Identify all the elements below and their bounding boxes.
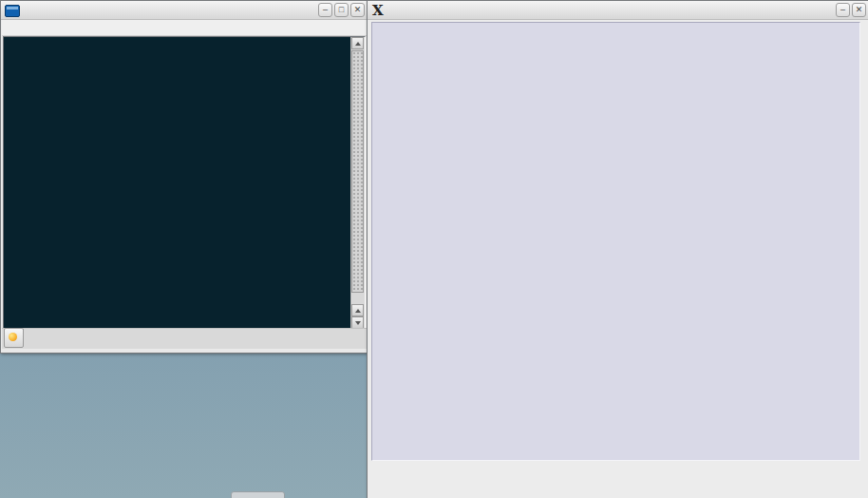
konsole-titlebar[interactable]: – □ ✕ xyxy=(1,1,368,20)
plot-canvas[interactable] xyxy=(371,22,860,461)
new-session-button[interactable] xyxy=(4,328,24,348)
minimize-button[interactable]: – xyxy=(318,3,332,17)
figure-svg xyxy=(372,23,859,460)
maximize-button[interactable]: □ xyxy=(334,3,349,17)
konsole-window: – □ ✕ xyxy=(0,0,368,354)
x11-app-icon: X xyxy=(372,2,384,19)
konsole-tabbar xyxy=(2,328,367,349)
panel-hide-button[interactable] xyxy=(231,491,285,498)
minimize-button[interactable]: – xyxy=(836,3,850,17)
scrollbar-thumb[interactable] xyxy=(351,50,364,293)
close-button[interactable]: ✕ xyxy=(852,3,866,17)
close-button[interactable]: ✕ xyxy=(350,3,365,17)
terminal-scrollbar[interactable] xyxy=(350,37,365,329)
asaplot-titlebar[interactable]: X – ✕ xyxy=(368,1,868,20)
terminal-app-icon xyxy=(5,5,20,17)
desktop: – □ ✕ X – ✕ xyxy=(0,0,868,498)
scroll-up-icon[interactable] xyxy=(351,304,364,316)
terminal-area[interactable] xyxy=(3,36,366,330)
konsole-menubar xyxy=(2,20,367,36)
scroll-up-icon[interactable] xyxy=(351,37,364,49)
terminal-text xyxy=(8,39,348,329)
asaplot-window: X – ✕ xyxy=(367,0,868,498)
